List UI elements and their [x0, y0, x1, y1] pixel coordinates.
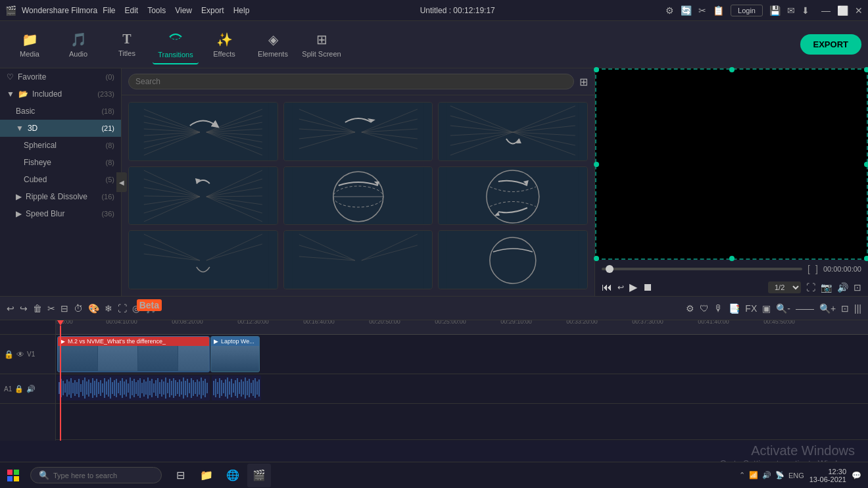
toolbar-elements[interactable]: ◈ Elements: [250, 25, 296, 64]
step-back-button[interactable]: ⏮: [602, 281, 612, 293]
corner-handle-tm[interactable]: [729, 67, 735, 72]
zoom-in-icon[interactable]: 🔍+: [819, 303, 836, 314]
menu-file[interactable]: File: [103, 6, 115, 15]
taskbar-search-input[interactable]: [53, 472, 152, 479]
login-button[interactable]: Login: [731, 5, 763, 16]
track-lock-icon[interactable]: 🔒: [4, 350, 14, 359]
scrubber-handle[interactable]: [606, 265, 614, 273]
menu-view[interactable]: View: [175, 6, 192, 15]
corner-handle-bl[interactable]: [594, 256, 599, 261]
fullscreen-timeline-button[interactable]: ⛶: [118, 303, 127, 314]
corner-handle-br[interactable]: [864, 256, 868, 261]
track-hide-icon[interactable]: 👁: [16, 350, 24, 359]
minimize-icon[interactable]: —: [821, 5, 831, 16]
cut-icon[interactable]: ✂: [698, 5, 706, 16]
bracket-out-icon[interactable]: ]: [815, 264, 818, 274]
transition-orb-twist-4[interactable]: Orb Twist 4: [438, 166, 588, 226]
panel-cubed[interactable]: Cubed (5): [0, 171, 121, 188]
chrome-icon[interactable]: 🌐: [221, 464, 245, 487]
menu-help[interactable]: Help: [233, 6, 250, 15]
transition-partial-3[interactable]: [438, 230, 588, 289]
panel-included[interactable]: ▼ 📂 Included (233): [0, 85, 121, 103]
fx-icon[interactable]: FX: [745, 303, 757, 314]
play-button[interactable]: ▶: [629, 281, 637, 293]
transition-orb-1[interactable]: Orb 1: [283, 166, 433, 226]
tray-up-arrow-icon[interactable]: ⌃: [739, 471, 745, 479]
bracket-in-icon[interactable]: [: [808, 264, 810, 274]
transition-box-flip-1[interactable]: Box Flip 1: [438, 102, 588, 161]
delete-button[interactable]: 🗑: [33, 303, 42, 314]
menu-tools[interactable]: Tools: [147, 6, 166, 15]
sync-icon[interactable]: 🔄: [681, 5, 692, 16]
toolbar-titles[interactable]: T Titles: [104, 25, 150, 64]
save-icon[interactable]: 💾: [769, 5, 781, 16]
corner-handle-mr[interactable]: [864, 162, 868, 167]
taskbar-clock[interactable]: 12:30 13-06-2021: [809, 468, 846, 483]
zoom-slider[interactable]: ——: [796, 303, 814, 314]
panel-ripple-dissolve[interactable]: ▶ Ripple & Dissolve (16): [0, 188, 121, 205]
export-button[interactable]: EXPORT: [800, 34, 861, 55]
freeze-button[interactable]: ❄: [105, 303, 112, 314]
panel-fisheye[interactable]: Fisheye (8): [0, 154, 121, 171]
crop-button[interactable]: ⊟: [60, 303, 68, 314]
snapshot-icon[interactable]: 📷: [821, 282, 832, 293]
menu-export[interactable]: Export: [201, 6, 224, 15]
stop-button[interactable]: ⏹: [642, 281, 653, 293]
transition-partial-2[interactable]: [283, 230, 433, 289]
corner-handle-bm[interactable]: [729, 256, 735, 261]
panel-speed-blur[interactable]: ▶ Speed Blur (36): [0, 205, 121, 222]
clipboard-icon[interactable]: 📋: [713, 5, 724, 16]
mail-icon[interactable]: ✉: [787, 5, 795, 16]
task-view-icon[interactable]: ⊟: [168, 464, 192, 487]
menu-edit[interactable]: Edit: [125, 6, 139, 15]
toolbar-media[interactable]: 📁 Media: [7, 25, 53, 64]
toolbar-split-screen[interactable]: ⊞ Split Screen: [299, 25, 345, 64]
quality-selector[interactable]: 1/2 Full 1/4: [768, 281, 801, 293]
cut-clip-button[interactable]: ✂: [47, 303, 55, 314]
toolbar-transitions[interactable]: Transitions: [153, 25, 199, 64]
pip-icon[interactable]: ⊡: [854, 282, 861, 293]
loop-button[interactable]: ↩: [617, 283, 624, 292]
file-explorer-icon[interactable]: 📁: [195, 464, 218, 487]
video-clip-1[interactable]: ▶ M.2 vs NVME_What's the difference_: [57, 336, 210, 372]
panel-3d[interactable]: ▼ 3D (21): [0, 120, 121, 137]
panel-favorite[interactable]: ♡ Favorite (0): [0, 68, 121, 85]
collapse-panel-button[interactable]: ◀: [116, 172, 127, 192]
layers-icon[interactable]: 📑: [729, 303, 740, 314]
close-icon[interactable]: ✕: [855, 5, 863, 16]
start-button[interactable]: [0, 462, 26, 489]
undo-button[interactable]: ↩: [7, 303, 14, 314]
speed-button[interactable]: ⏱: [74, 303, 83, 314]
transition-box-flip-2[interactable]: Box Flip 2: [128, 166, 278, 226]
settings-icon[interactable]: ⚙: [665, 5, 674, 16]
timeline-panel-icon[interactable]: |||: [854, 303, 861, 314]
panel-basic[interactable]: Basic (18): [0, 103, 121, 120]
panel-spherical[interactable]: Spherical (8): [0, 137, 121, 154]
transition-partial-1[interactable]: [128, 230, 278, 289]
zoom-fit-icon[interactable]: ⊡: [841, 303, 849, 314]
mic-icon[interactable]: 🎙: [714, 303, 723, 314]
transition-box-turn-2[interactable]: Box Turn 2: [283, 102, 433, 161]
filmora-taskbar-icon[interactable]: 🎬: [247, 464, 271, 487]
wifi-icon[interactable]: 📡: [775, 471, 784, 479]
fullscreen-icon[interactable]: ⛶: [806, 282, 815, 293]
network-icon[interactable]: 📶: [749, 471, 758, 479]
video-clip-2[interactable]: ▶ Laptop We...: [210, 336, 260, 372]
maximize-icon[interactable]: ⬜: [837, 5, 848, 16]
corner-handle-ml[interactable]: [594, 162, 599, 167]
timeline-scrubber[interactable]: [602, 268, 802, 270]
zoom-out-icon[interactable]: 🔍-: [776, 303, 790, 314]
download-icon[interactable]: ⬇: [802, 5, 809, 16]
search-input[interactable]: [128, 74, 574, 89]
audio-stretch-button[interactable]: 🎵Beta: [145, 303, 157, 314]
track-audio-lock-icon[interactable]: 🔒: [14, 385, 24, 393]
motion-icon[interactable]: ▣: [762, 303, 771, 314]
corner-handle-tl[interactable]: [594, 67, 599, 72]
volume-icon[interactable]: 🔊: [837, 282, 848, 293]
timeline-settings-button[interactable]: ⚙: [686, 303, 694, 314]
shield-icon[interactable]: 🛡: [700, 303, 709, 314]
toolbar-effects[interactable]: ✨ Effects: [201, 25, 247, 64]
volume-tray-icon[interactable]: 🔊: [762, 471, 771, 479]
notifications-icon[interactable]: 💬: [852, 471, 861, 480]
grid-toggle-button[interactable]: ⊞: [579, 76, 588, 88]
